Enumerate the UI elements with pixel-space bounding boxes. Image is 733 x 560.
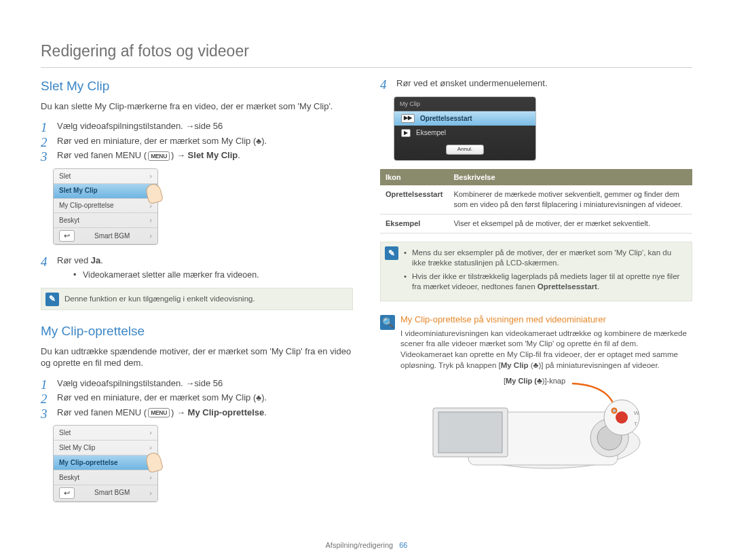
right-step-4: Rør ved et ønsket undermenuelement. <box>380 77 692 90</box>
chevron-right-icon: › <box>149 231 152 241</box>
note-box-right: ✎ Mens du ser eksempler på de motiver, d… <box>380 242 692 301</box>
page-footer: Afspilning/redigering 66 <box>0 540 733 550</box>
chevron-right-icon: › <box>149 458 152 468</box>
text: . <box>597 282 599 291</box>
text: )]-knap <box>542 377 565 385</box>
menu-icon: MENU <box>148 408 170 417</box>
heart-icon: ♣ <box>537 376 542 386</box>
svg-point-8 <box>616 411 628 424</box>
td-desc: Kombinerer de mærkede motiver sekventiel… <box>448 185 692 214</box>
tip-icon: 🔍 <box>380 315 395 330</box>
slet-step-4-sub: Videokameraet sletter alle mærker fra vi… <box>73 269 353 281</box>
myclip-opret-title: My Clip-oprettelse <box>41 322 353 340</box>
chevron-right-icon: › <box>149 472 152 483</box>
menu-item-selected: My Clip-oprettelse› <box>54 455 157 470</box>
menu-item-selected: Slet My Clip› <box>54 184 157 199</box>
bold: My Clip <box>501 361 529 369</box>
left-column: Slet My Clip Du kan slette My Clip-mærke… <box>41 77 353 512</box>
fastforward-icon: ▶▶ <box>401 114 415 123</box>
menu-item: ↩Smart BGM› <box>54 485 157 502</box>
menu-screenshot-slet: Slet› Slet My Clip› My Clip-oprettelse› … <box>53 168 158 245</box>
table-row: Oprettelsesstart Kombinerer de mærkede m… <box>380 185 692 214</box>
svg-text:W: W <box>634 410 639 416</box>
submenu-row-label: Oprettelsesstart <box>420 114 472 124</box>
text: ). <box>261 136 267 146</box>
text: . <box>264 407 267 417</box>
bold: Oprettelsesstart <box>538 282 597 291</box>
ja-bold: Ja <box>91 255 100 265</box>
opret-step-2: Rør ved en miniature, der er mærket som … <box>41 392 353 404</box>
tip-title: My Clip-oprettelse på visningen med vide… <box>400 314 692 326</box>
slet-step-1: Vælg videoafspilningstilstanden. →side 5… <box>41 120 353 132</box>
cancel-button: Annul. <box>446 145 484 155</box>
menu-screenshot-opret: Slet› Slet My Clip› My Clip-oprettelse› … <box>53 425 158 502</box>
submenu-header: My Clip <box>394 97 535 111</box>
note-bullet: Hvis der ikke er tilstrækkelig lagerplad… <box>404 272 685 293</box>
chevron-right-icon: › <box>149 215 152 225</box>
back-icon: ↩ <box>59 487 75 499</box>
chevron-right-icon: › <box>149 201 152 211</box>
text: )] på miniaturevisningen af videoer. <box>538 361 659 369</box>
slet-my-clip-intro: Du kan slette My Clip-mærkerne fra en vi… <box>41 100 353 113</box>
myclip-opret-intro: Du kan udtrække spændende motiver, der e… <box>41 346 353 369</box>
menu-item: Slet› <box>54 169 157 184</box>
tip-block: 🔍 My Clip-oprettelse på visningen med vi… <box>380 314 692 480</box>
slet-step-3: Rør ved fanen MENU (MENU) → Slet My Clip… <box>41 149 353 162</box>
submenu-row: ▶ Eksempel <box>394 126 535 141</box>
slet-step-4: Rør ved Ja. Videokameraet sletter alle m… <box>41 255 353 280</box>
td-icon: Oprettelsesstart <box>380 185 448 214</box>
menu-item: ↩Smart BGM› <box>54 228 157 244</box>
note-box-slet: ✎ Denne funktion er kun tilgængelig i en… <box>41 288 353 311</box>
note-text: Denne funktion er kun tilgængelig i enke… <box>64 295 255 303</box>
heart-icon: ♣ <box>256 393 261 403</box>
title-rule <box>41 67 692 68</box>
text: Rør ved <box>57 255 91 265</box>
description-table: Ikon Beskrivelse Oprettelsesstart Kombin… <box>380 169 692 234</box>
note-icon: ✎ <box>385 246 398 260</box>
menu-item: My Clip-oprettelse› <box>54 199 157 214</box>
text: ) → <box>171 407 188 417</box>
menu-item: Slet My Clip› <box>54 441 157 455</box>
opret-steps: Vælg videoafspilningstilstanden. →side 5… <box>41 377 353 419</box>
submenu-screenshot: My Clip ▶▶ Oprettelsesstart ▶ Eksempel A… <box>394 96 536 161</box>
slet-step-2: Rør ved en miniature, der er mærket som … <box>41 135 353 147</box>
opret-bold: My Clip-oprettelse <box>188 407 265 417</box>
chevron-right-icon: › <box>149 443 152 453</box>
th-icon: Ikon <box>380 169 448 186</box>
camcorder-illustration: [My Clip (♣)]-knap <box>400 378 692 480</box>
chevron-right-icon: › <box>149 186 152 196</box>
chevron-right-icon: › <box>149 171 152 181</box>
right-steps: Rør ved et ønsket undermenuelement. <box>380 77 692 90</box>
submenu-row-selected: ▶▶ Oprettelsesstart <box>394 111 535 126</box>
opret-step-1: Vælg videoafspilningstilstanden. →side 5… <box>41 377 353 390</box>
text: . <box>238 150 240 160</box>
slet-my-clip-title: Slet My Clip <box>41 77 353 95</box>
footer-section: Afspilning/redigering <box>326 541 394 549</box>
camcorder-icon: W T <box>406 378 664 480</box>
submenu-row-label: Eksempel <box>416 128 446 138</box>
play-icon: ▶ <box>401 129 411 138</box>
svg-text:T: T <box>634 421 637 427</box>
note-bullet: Mens du ser eksempler på de motiver, der… <box>404 248 685 269</box>
page-number: 66 <box>399 541 407 549</box>
table-row: Eksempel Viser et eksempel på de motiver… <box>380 214 692 234</box>
heart-icon: ♣ <box>256 136 261 146</box>
menu-item: Slet› <box>54 426 157 441</box>
back-icon: ↩ <box>59 230 75 242</box>
text: ). <box>261 392 267 403</box>
text: My Clip ( <box>506 377 537 385</box>
chevron-right-icon: › <box>149 488 152 498</box>
text: Rør ved en miniature, der er mærket som … <box>57 392 256 403</box>
td-icon: Eksempel <box>380 214 448 234</box>
text: Rør ved en miniature, der er mærket som … <box>57 136 256 146</box>
text: ) → <box>171 150 188 160</box>
text: Rør ved fanen MENU ( <box>57 150 147 160</box>
text: . <box>100 255 103 265</box>
svg-rect-4 <box>438 412 502 453</box>
menu-icon: MENU <box>148 151 170 161</box>
text: Rør ved fanen MENU ( <box>57 407 147 417</box>
th-desc: Beskrivelse <box>448 169 692 186</box>
slet-steps-cont: Rør ved Ja. Videokameraet sletter alle m… <box>41 255 353 280</box>
td-desc: Viser et eksempel på de motiver, der er … <box>448 214 692 234</box>
page-title: Redigering af fotos og videoer <box>41 41 692 62</box>
